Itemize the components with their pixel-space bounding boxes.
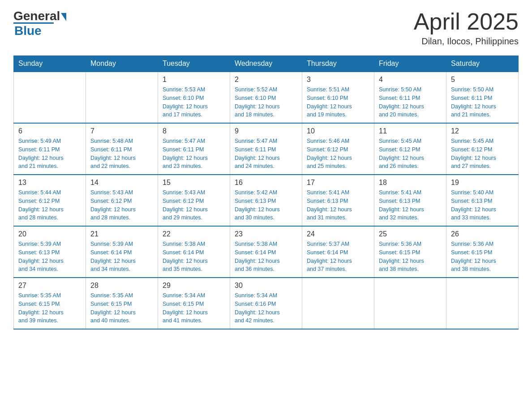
day-info: Sunrise: 5:34 AM Sunset: 6:16 PM Dayligh…	[235, 291, 297, 325]
day-number: 2	[235, 76, 297, 84]
calendar-cell: 6Sunrise: 5:49 AM Sunset: 6:11 PM Daylig…	[14, 123, 86, 175]
calendar-table: SundayMondayTuesdayWednesdayThursdayFrid…	[13, 56, 519, 330]
calendar-week-row: 13Sunrise: 5:44 AM Sunset: 6:12 PM Dayli…	[14, 175, 519, 226]
calendar-cell: 15Sunrise: 5:43 AM Sunset: 6:12 PM Dayli…	[158, 175, 230, 226]
day-number: 16	[235, 179, 297, 187]
day-number: 6	[18, 127, 81, 135]
logo-triangle-icon	[61, 13, 66, 21]
column-header-thursday: Thursday	[302, 56, 374, 72]
day-number: 9	[235, 127, 297, 135]
column-header-monday: Monday	[86, 56, 158, 72]
day-number: 12	[451, 127, 514, 135]
calendar-cell: 28Sunrise: 5:35 AM Sunset: 6:15 PM Dayli…	[86, 278, 158, 329]
day-number: 18	[379, 179, 442, 187]
calendar-cell: 8Sunrise: 5:47 AM Sunset: 6:11 PM Daylig…	[158, 123, 230, 175]
column-header-sunday: Sunday	[14, 56, 86, 72]
column-header-tuesday: Tuesday	[158, 56, 230, 72]
day-info: Sunrise: 5:41 AM Sunset: 6:13 PM Dayligh…	[307, 188, 369, 222]
calendar-week-row: 20Sunrise: 5:39 AM Sunset: 6:13 PM Dayli…	[14, 226, 519, 278]
calendar-cell: 13Sunrise: 5:44 AM Sunset: 6:12 PM Dayli…	[14, 175, 86, 226]
day-number: 4	[379, 76, 442, 84]
calendar-cell: 21Sunrise: 5:39 AM Sunset: 6:14 PM Dayli…	[86, 226, 158, 278]
day-info: Sunrise: 5:38 AM Sunset: 6:14 PM Dayligh…	[163, 240, 225, 274]
calendar-header-row: SundayMondayTuesdayWednesdayThursdayFrid…	[14, 56, 519, 72]
calendar-cell: 29Sunrise: 5:34 AM Sunset: 6:15 PM Dayli…	[158, 278, 230, 329]
day-number: 30	[235, 282, 297, 290]
day-info: Sunrise: 5:43 AM Sunset: 6:12 PM Dayligh…	[163, 188, 225, 222]
day-info: Sunrise: 5:41 AM Sunset: 6:13 PM Dayligh…	[379, 188, 442, 222]
day-info: Sunrise: 5:51 AM Sunset: 6:10 PM Dayligh…	[307, 86, 369, 119]
calendar-week-row: 6Sunrise: 5:49 AM Sunset: 6:11 PM Daylig…	[14, 123, 519, 175]
month-year-title: April 2025	[414, 9, 519, 34]
calendar-cell: 2Sunrise: 5:52 AM Sunset: 6:10 PM Daylig…	[230, 72, 302, 123]
calendar-week-row: 1Sunrise: 5:53 AM Sunset: 6:10 PM Daylig…	[14, 72, 519, 123]
day-info: Sunrise: 5:40 AM Sunset: 6:13 PM Dayligh…	[451, 188, 514, 222]
calendar-cell: 7Sunrise: 5:48 AM Sunset: 6:11 PM Daylig…	[86, 123, 158, 175]
day-number: 11	[379, 127, 442, 135]
day-number: 25	[379, 230, 442, 238]
calendar-cell: 20Sunrise: 5:39 AM Sunset: 6:13 PM Dayli…	[14, 226, 86, 278]
day-number: 26	[451, 230, 514, 238]
column-header-wednesday: Wednesday	[230, 56, 302, 72]
calendar-cell: 17Sunrise: 5:41 AM Sunset: 6:13 PM Dayli…	[302, 175, 374, 226]
day-info: Sunrise: 5:52 AM Sunset: 6:10 PM Dayligh…	[235, 86, 297, 119]
calendar-cell: 24Sunrise: 5:37 AM Sunset: 6:14 PM Dayli…	[302, 226, 374, 278]
day-info: Sunrise: 5:46 AM Sunset: 6:12 PM Dayligh…	[307, 137, 369, 171]
day-info: Sunrise: 5:36 AM Sunset: 6:15 PM Dayligh…	[451, 240, 514, 274]
calendar-cell: 30Sunrise: 5:34 AM Sunset: 6:16 PM Dayli…	[230, 278, 302, 329]
day-info: Sunrise: 5:49 AM Sunset: 6:11 PM Dayligh…	[18, 137, 81, 171]
day-info: Sunrise: 5:47 AM Sunset: 6:11 PM Dayligh…	[163, 137, 225, 171]
day-info: Sunrise: 5:35 AM Sunset: 6:15 PM Dayligh…	[90, 291, 153, 325]
day-number: 1	[163, 76, 225, 84]
calendar-cell: 14Sunrise: 5:43 AM Sunset: 6:12 PM Dayli…	[86, 175, 158, 226]
calendar-cell: 23Sunrise: 5:38 AM Sunset: 6:14 PM Dayli…	[230, 226, 302, 278]
calendar-cell: 4Sunrise: 5:50 AM Sunset: 6:11 PM Daylig…	[374, 72, 446, 123]
day-number: 22	[163, 230, 225, 238]
day-number: 29	[163, 282, 225, 290]
day-info: Sunrise: 5:47 AM Sunset: 6:11 PM Dayligh…	[235, 137, 297, 171]
day-info: Sunrise: 5:36 AM Sunset: 6:15 PM Dayligh…	[379, 240, 442, 274]
logo-blue-text: Blue	[14, 24, 42, 38]
column-header-friday: Friday	[374, 56, 446, 72]
day-info: Sunrise: 5:35 AM Sunset: 6:15 PM Dayligh…	[18, 291, 81, 325]
calendar-cell: 22Sunrise: 5:38 AM Sunset: 6:14 PM Dayli…	[158, 226, 230, 278]
day-info: Sunrise: 5:50 AM Sunset: 6:11 PM Dayligh…	[451, 86, 514, 119]
calendar-cell: 18Sunrise: 5:41 AM Sunset: 6:13 PM Dayli…	[374, 175, 446, 226]
calendar-cell: 16Sunrise: 5:42 AM Sunset: 6:13 PM Dayli…	[230, 175, 302, 226]
day-info: Sunrise: 5:53 AM Sunset: 6:10 PM Dayligh…	[163, 86, 225, 119]
calendar-cell: 1Sunrise: 5:53 AM Sunset: 6:10 PM Daylig…	[158, 72, 230, 123]
day-info: Sunrise: 5:38 AM Sunset: 6:14 PM Dayligh…	[235, 240, 297, 274]
logo: General Blue	[13, 9, 66, 38]
day-number: 10	[307, 127, 369, 135]
day-info: Sunrise: 5:37 AM Sunset: 6:14 PM Dayligh…	[307, 240, 369, 274]
day-info: Sunrise: 5:50 AM Sunset: 6:11 PM Dayligh…	[379, 86, 442, 119]
calendar-cell	[86, 72, 158, 123]
calendar-cell: 11Sunrise: 5:45 AM Sunset: 6:12 PM Dayli…	[374, 123, 446, 175]
day-info: Sunrise: 5:45 AM Sunset: 6:12 PM Dayligh…	[379, 137, 442, 171]
day-number: 24	[307, 230, 369, 238]
day-info: Sunrise: 5:39 AM Sunset: 6:14 PM Dayligh…	[90, 240, 153, 274]
calendar-cell: 12Sunrise: 5:45 AM Sunset: 6:12 PM Dayli…	[446, 123, 519, 175]
day-info: Sunrise: 5:43 AM Sunset: 6:12 PM Dayligh…	[90, 188, 153, 222]
day-number: 27	[18, 282, 81, 290]
calendar-cell: 9Sunrise: 5:47 AM Sunset: 6:11 PM Daylig…	[230, 123, 302, 175]
calendar-cell: 5Sunrise: 5:50 AM Sunset: 6:11 PM Daylig…	[446, 72, 519, 123]
calendar-cell	[446, 278, 519, 329]
calendar-cell: 19Sunrise: 5:40 AM Sunset: 6:13 PM Dayli…	[446, 175, 519, 226]
day-number: 14	[90, 179, 153, 187]
day-info: Sunrise: 5:39 AM Sunset: 6:13 PM Dayligh…	[18, 240, 81, 274]
calendar-cell: 3Sunrise: 5:51 AM Sunset: 6:10 PM Daylig…	[302, 72, 374, 123]
location-subtitle: Dilan, Ilocos, Philippines	[414, 36, 519, 47]
day-info: Sunrise: 5:45 AM Sunset: 6:12 PM Dayligh…	[451, 137, 514, 171]
day-number: 19	[451, 179, 514, 187]
day-number: 5	[451, 76, 514, 84]
day-number: 15	[163, 179, 225, 187]
calendar-cell	[14, 72, 86, 123]
calendar-cell: 26Sunrise: 5:36 AM Sunset: 6:15 PM Dayli…	[446, 226, 519, 278]
day-number: 28	[90, 282, 153, 290]
day-number: 21	[90, 230, 153, 238]
day-number: 20	[18, 230, 81, 238]
day-number: 3	[307, 76, 369, 84]
day-info: Sunrise: 5:34 AM Sunset: 6:15 PM Dayligh…	[163, 291, 225, 325]
calendar-cell: 25Sunrise: 5:36 AM Sunset: 6:15 PM Dayli…	[374, 226, 446, 278]
